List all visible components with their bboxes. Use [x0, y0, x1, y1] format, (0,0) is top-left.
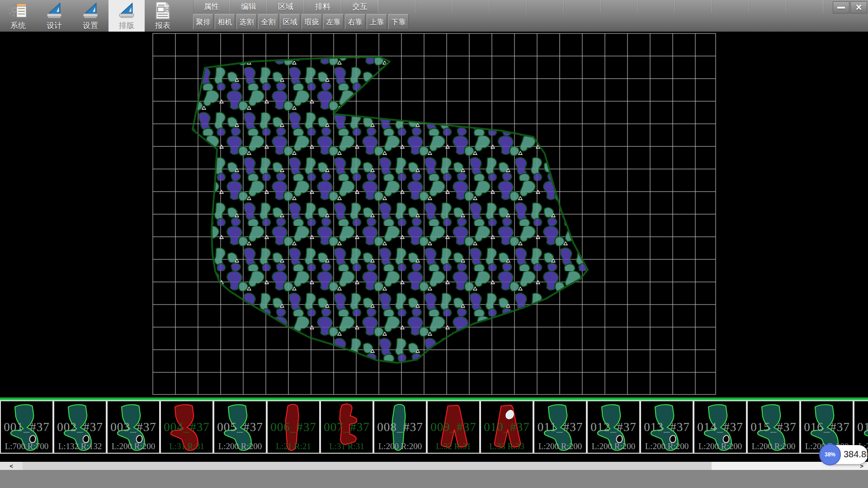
- menu-tab-empty: [786, 0, 823, 13]
- menu-tab-empty: [490, 0, 527, 13]
- main-button-label: 设置: [83, 20, 98, 31]
- menu-tab-4[interactable]: 排料: [304, 0, 341, 13]
- close-icon: ×: [856, 1, 862, 14]
- piece-lr-label: L:31 R:31: [161, 441, 212, 451]
- app-window: 系统设计设置排版报表 属性编辑区域排料交互 聚排相机选割全割区域瑕疵左靠右靠上靠…: [0, 0, 868, 488]
- progress-badge: 38%: [819, 444, 841, 465]
- piece-label: 014_#37: [694, 420, 746, 434]
- piece-label: 016_#37: [801, 420, 853, 434]
- piece-label: 009_#37: [428, 420, 479, 434]
- piece-thumbnail-7[interactable]: 007_#37L:31 R:31: [320, 400, 373, 454]
- piece-lr-label: L:200 R:200: [374, 441, 426, 451]
- piece-label: 008_#37: [374, 420, 426, 434]
- minimize-icon: [837, 7, 845, 9]
- piece-lr-label: L:200 R:200: [748, 441, 799, 451]
- design-icon: [45, 0, 64, 20]
- piece-thumbnail-13[interactable]: 013_#37L:200 R:200: [640, 400, 693, 454]
- tool-button-9[interactable]: 上靠: [367, 14, 387, 29]
- main-button-label: 报表: [155, 20, 170, 31]
- menu-tab-empty: [638, 0, 675, 13]
- piece-lr-label: L:31 R:31: [321, 441, 373, 451]
- menu-tab-5[interactable]: 交互: [341, 0, 378, 13]
- scroll-left-button[interactable]: <: [0, 462, 23, 470]
- piece-lr-label: L:32 R:31: [428, 441, 479, 451]
- main-button-1[interactable]: 系统: [0, 0, 36, 32]
- status-bar: [0, 470, 868, 488]
- piece-thumbnail-12[interactable]: 012_#37L:200 R:200: [587, 400, 640, 454]
- main-button-label: 系统: [10, 20, 26, 31]
- piece-label: 001_#37: [1, 420, 52, 434]
- tool-button-3[interactable]: 选割: [236, 14, 257, 29]
- piece-label: 012_#37: [588, 420, 639, 434]
- piece-lr-label: L:33 R:33: [481, 441, 533, 451]
- nesting-canvas[interactable]: [0, 32, 868, 399]
- memory-progress-widget: 38% 384.8M: [821, 445, 868, 464]
- piece-label: 006_#37: [268, 420, 319, 434]
- piece-thumbnail-5[interactable]: 005_#37L:200 R:200: [213, 400, 267, 454]
- horizontal-scrollbar[interactable]: < >: [0, 462, 868, 470]
- piece-thumbnail-3[interactable]: 003_#37L:200 R:200: [107, 400, 160, 454]
- piece-thumbnail-1[interactable]: 001_#37L:700 R:700: [0, 400, 53, 454]
- main-button-bar: 系统设计设置排版报表: [0, 0, 181, 32]
- main-button-label: 排版: [119, 20, 134, 31]
- main-button-2[interactable]: 设计: [36, 0, 72, 32]
- close-button[interactable]: ×: [850, 1, 867, 14]
- piece-lr-label: L:132 R:132: [54, 441, 106, 451]
- piece-thumbnail-4[interactable]: 004_#37L:31 R:31: [160, 400, 213, 454]
- piece-thumbnail-10[interactable]: 010_#37L:33 R:33: [480, 400, 533, 454]
- scrollbar-thumb[interactable]: [23, 462, 712, 470]
- piece-lr-label: L:700 R:700: [1, 441, 52, 451]
- tool-button-bar: 聚排相机选割全割区域瑕疵左靠右靠上靠下靠: [193, 14, 409, 29]
- piece-thumbnail-2[interactable]: 002_#37L:132 R:132: [53, 400, 107, 454]
- main-button-label: 设计: [47, 20, 62, 31]
- tool-button-10[interactable]: 下靠: [388, 14, 409, 29]
- main-button-3[interactable]: 设置: [72, 0, 108, 32]
- tool-button-6[interactable]: 瑕疵: [302, 14, 322, 29]
- piece-thumbnail-15[interactable]: 015_#37L:200 R:200: [747, 400, 800, 454]
- tool-button-2[interactable]: 相机: [215, 14, 235, 29]
- piece-thumbnail-11[interactable]: 011_#37L:200 R:200: [533, 400, 587, 454]
- menu-tab-empty: [415, 0, 453, 13]
- main-button-4[interactable]: 排版: [108, 0, 145, 32]
- main-button-5[interactable]: 报表: [145, 0, 181, 32]
- piece-thumbnail-8[interactable]: 008_#37L:200 R:200: [373, 400, 427, 454]
- piece-lr-label: L:200 R:200: [108, 441, 159, 451]
- piece-label: 015_#37: [748, 420, 799, 434]
- menu-tab-empty: [749, 0, 786, 13]
- report-icon: [154, 0, 171, 20]
- menu-tab-empty: [564, 0, 601, 13]
- piece-label: 011_#37: [534, 420, 586, 434]
- piece-lr-label: L:21 R:21: [268, 441, 319, 451]
- piece-lr-label: L:200 R:200: [214, 441, 266, 451]
- piece-thumbnail-6[interactable]: 006_#37L:21 R:21: [267, 400, 320, 454]
- memory-value: 384.8M: [844, 449, 868, 460]
- minimize-button[interactable]: [833, 1, 849, 14]
- leather-hide[interactable]: [193, 57, 588, 363]
- piece-lr-label: L:200 R:200: [534, 441, 586, 451]
- piece-label: 013_#37: [641, 420, 693, 434]
- thumbnail-band: 001_#37L:700 R:700002_#37L:132 R:132003_…: [0, 400, 868, 462]
- piece-lr-label: L:200 R:200: [641, 441, 693, 451]
- nesting-icon: [117, 0, 136, 20]
- piece-lr-label: L:200 R:200: [588, 441, 639, 451]
- tool-button-4[interactable]: 全割: [258, 14, 278, 29]
- menu-tab-3[interactable]: 区域: [267, 0, 304, 13]
- menu-tab-bar: 属性编辑区域排料交互: [193, 0, 823, 13]
- piece-thumbnail-9[interactable]: 009_#37L:32 R:31: [427, 400, 480, 454]
- menu-tab-empty: [601, 0, 638, 13]
- piece-thumbnail-strip: 001_#37L:700 R:700002_#37L:132 R:132003_…: [0, 400, 868, 454]
- system-icon: [8, 0, 28, 20]
- piece-label: 017_#37: [854, 420, 868, 434]
- tool-button-1[interactable]: 聚排: [193, 14, 213, 29]
- piece-label: 002_#37: [54, 420, 106, 434]
- tool-button-7[interactable]: 左靠: [323, 14, 344, 29]
- tool-button-8[interactable]: 右靠: [345, 14, 365, 29]
- piece-label: 004_#37: [161, 420, 212, 434]
- menu-tab-empty: [527, 0, 564, 13]
- menu-tab-1[interactable]: 属性: [193, 0, 230, 13]
- menu-tab-2[interactable]: 编辑: [230, 0, 267, 13]
- tool-button-5[interactable]: 区域: [280, 14, 300, 29]
- piece-label: 005_#37: [214, 420, 266, 434]
- piece-thumbnail-14[interactable]: 014_#37L:200 R:200: [693, 400, 747, 454]
- piece-lr-label: L:200 R:200: [694, 441, 746, 451]
